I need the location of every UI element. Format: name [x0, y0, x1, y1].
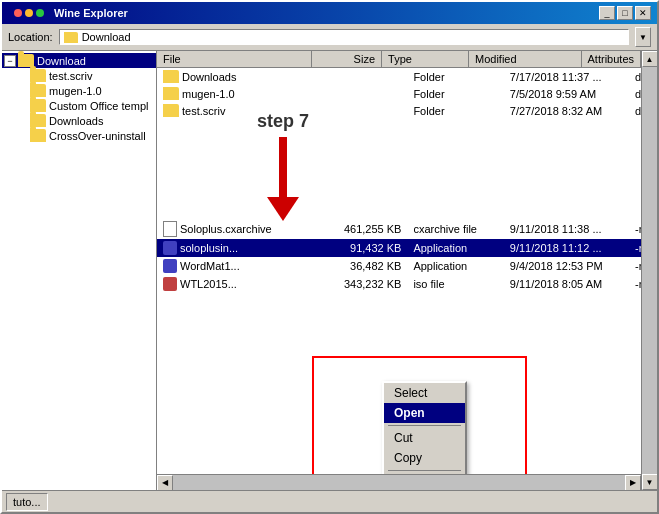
file-cell-attr-wordmat: -rw-rw---- [629, 259, 641, 273]
file-cell-modified-test-scriv: 7/27/2018 8:32 AM [504, 104, 629, 118]
location-input[interactable] [82, 31, 624, 43]
arrow-down [257, 137, 309, 221]
file-cell-name-wordmat: WordMat1... [157, 258, 330, 274]
sidebar-item-downloads[interactable]: Downloads [2, 113, 156, 128]
file-row-mugen[interactable]: mugen-1.0 Folder 7/5/2018 9:59 AM drwxrw… [157, 85, 641, 102]
file-cell-name-soloplus-cx: Soloplus.cxarchive [157, 220, 330, 238]
status-bar: tuto... [2, 490, 657, 512]
file-cell-name-test-scriv: test.scriv [157, 103, 330, 118]
file-row-downloads[interactable]: Downloads Folder 7/17/2018 11:37 ... drw… [157, 68, 641, 85]
title-bar-left: Wine Explorer [8, 5, 128, 21]
header-modified[interactable]: Modified [469, 51, 582, 67]
scroll-up-button[interactable]: ▲ [642, 51, 658, 67]
maximize-button[interactable]: □ [617, 6, 633, 20]
sidebar-item-custom-office[interactable]: Custom Office templ [2, 98, 156, 113]
file-row-wordmat[interactable]: WordMat1... 36,482 KB Application 9/4/20… [157, 257, 641, 275]
h-scroll-track[interactable] [173, 475, 625, 491]
file-cell-name-mugen: mugen-1.0 [157, 86, 330, 101]
iso-icon-wtl2015 [163, 277, 177, 291]
file-cell-modified-downloads: 7/17/2018 11:37 ... [504, 70, 629, 84]
context-item-select[interactable]: Select [384, 383, 465, 403]
file-cell-size-downloads [330, 76, 407, 78]
header-file[interactable]: File [157, 51, 312, 67]
file-cell-attr-mugen: drwxrwx---- [629, 87, 641, 101]
file-row-soloplusin[interactable]: soloplusin... 91,432 KB Application 9/11… [157, 239, 641, 257]
dot-red[interactable] [14, 9, 22, 17]
file-cell-size-soloplus-cx: 461,255 KB [330, 222, 407, 236]
context-item-copy[interactable]: Copy [384, 448, 465, 468]
file-name-wordmat: WordMat1... [180, 260, 240, 272]
file-list-header: File Size Type Modified Attributes [157, 51, 641, 68]
location-input-wrap [59, 29, 629, 45]
tree-toggle-download[interactable]: − [4, 55, 16, 67]
folder-icon-row-downloads [163, 70, 179, 83]
doc-icon-soloplus-cx [163, 221, 177, 237]
file-cell-name-wtl2015: WTL2015... [157, 276, 330, 292]
title-bar: Wine Explorer _ □ ✕ [2, 2, 657, 24]
context-item-create-link[interactable]: Create Link [384, 473, 465, 474]
file-list: File Size Type Modified Attributes Downl… [157, 51, 641, 474]
header-size[interactable]: Size [312, 51, 382, 67]
file-row-soloplus-cx[interactable]: Soloplus.cxarchive 461,255 KB cxarchive … [157, 219, 641, 239]
file-cell-modified-wtl2015: 9/11/2018 8:05 AM [504, 277, 629, 291]
main-window: Wine Explorer _ □ ✕ Location: ▼ − Downlo… [0, 0, 659, 514]
file-name-soloplus-cx: Soloplus.cxarchive [180, 223, 272, 235]
file-cell-modified-soloplusin: 9/11/2018 11:12 ... [504, 241, 629, 255]
annotation-area: step 7 [257, 111, 309, 221]
file-row-wtl2015[interactable]: WTL2015... 343,232 KB iso file 9/11/2018… [157, 275, 641, 293]
window-title: Wine Explorer [54, 7, 128, 19]
sidebar-label-test-scriv: test.scriv [49, 70, 92, 82]
file-cell-name-soloplusin: soloplusin... [157, 240, 330, 256]
file-row-test-scriv[interactable]: test.scriv Folder 7/27/2018 8:32 AM drwx… [157, 102, 641, 119]
location-label: Location: [8, 31, 53, 43]
dot-green[interactable] [36, 9, 44, 17]
folder-icon-crossover [30, 129, 46, 142]
file-cell-type-soloplus-cx: cxarchive file [407, 222, 503, 236]
v-scrollbar: ▲ ▼ [641, 51, 657, 490]
scroll-left-button[interactable]: ◀ [157, 475, 173, 491]
file-name-test-scriv: test.scriv [182, 105, 225, 117]
header-attributes[interactable]: Attributes [582, 51, 641, 67]
app-icon-wordmat [163, 259, 177, 273]
folder-icon-row-test-scriv [163, 104, 179, 117]
file-cell-size-soloplusin: 91,432 KB [330, 241, 407, 255]
minimize-button[interactable]: _ [599, 6, 615, 20]
file-cell-size-wtl2015: 343,232 KB [330, 277, 407, 291]
file-cell-modified-soloplus-cx: 9/11/2018 11:38 ... [504, 222, 629, 236]
file-cell-attr-soloplusin: -rw-rw---- [629, 241, 641, 255]
sidebar-item-test-scriv[interactable]: test.scriv [2, 68, 156, 83]
scroll-right-button[interactable]: ▶ [625, 475, 641, 491]
context-item-cut[interactable]: Cut [384, 428, 465, 448]
sidebar-item-download[interactable]: − Download [2, 53, 156, 68]
sidebar-label-mugen: mugen-1.0 [49, 85, 102, 97]
context-separator-1 [388, 425, 461, 426]
sidebar-label-download: Download [37, 55, 86, 67]
status-text: tuto... [13, 496, 41, 508]
header-type[interactable]: Type [382, 51, 469, 67]
scroll-down-button[interactable]: ▼ [642, 474, 658, 490]
sidebar-item-mugen[interactable]: mugen-1.0 [2, 83, 156, 98]
file-cell-attr-wtl2015: -rw-rw---- [629, 277, 641, 291]
folder-icon-row-mugen [163, 87, 179, 100]
file-name-soloplusin: soloplusin... [180, 242, 238, 254]
sidebar: − Download test.scriv mugen-1.0 Custom O… [2, 51, 157, 490]
location-dropdown[interactable]: ▼ [635, 27, 651, 47]
file-cell-attr-test-scriv: drwxrwx---- [629, 104, 641, 118]
file-cell-type-wordmat: Application [407, 259, 503, 273]
h-scrollbar: ◀ ▶ [157, 474, 641, 490]
dot-yellow[interactable] [25, 9, 33, 17]
close-button[interactable]: ✕ [635, 6, 651, 20]
sidebar-label-custom-office: Custom Office templ [49, 100, 148, 112]
file-cell-size-wordmat: 36,482 KB [330, 259, 407, 273]
sidebar-item-crossover[interactable]: CrossOver-uninstall [2, 128, 156, 143]
app-icon-soloplusin [163, 241, 177, 255]
v-scroll-track[interactable] [642, 67, 658, 474]
file-cell-type-test-scriv: Folder [407, 104, 503, 118]
context-item-open[interactable]: Open [384, 403, 465, 423]
file-cell-size-test-scriv [330, 110, 407, 112]
file-cell-attr-soloplus-cx: -rw-rw---- [629, 222, 641, 236]
file-name-wtl2015: WTL2015... [180, 278, 237, 290]
context-menu: Select Open Cut Copy Create Link Delete [382, 381, 467, 474]
context-separator-2 [388, 470, 461, 471]
file-cell-size-mugen [330, 93, 407, 95]
